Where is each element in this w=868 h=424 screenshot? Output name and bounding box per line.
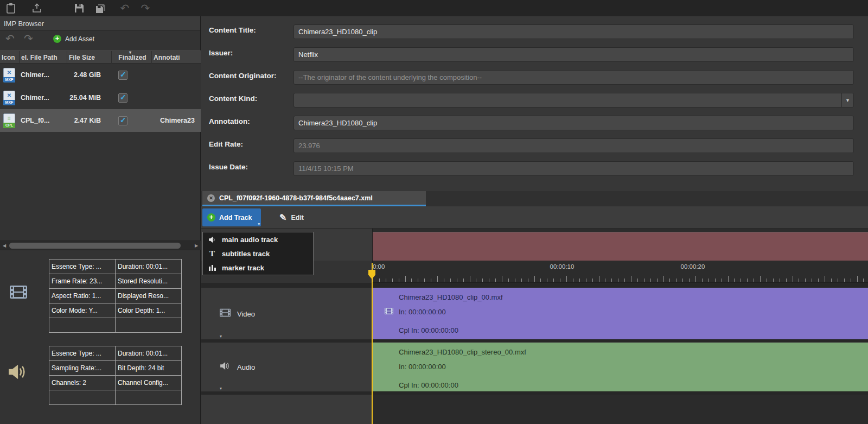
empty-track-header (201, 395, 373, 424)
close-icon[interactable]: ✕ (207, 194, 215, 202)
edit-rate-label: Edit Rate: (209, 140, 243, 148)
playhead-line[interactable] (372, 263, 373, 424)
content-kind-select[interactable] (293, 93, 854, 107)
export-icon[interactable] (29, 2, 44, 15)
asset-name: Chimer... (21, 86, 66, 109)
scroll-right-icon[interactable]: ▶ (192, 241, 201, 251)
info-cell (116, 390, 182, 405)
col-finalized[interactable]: Finalized (112, 51, 152, 64)
form-row: Annotation: (201, 113, 868, 136)
info-cell: Color Mode: Y... (49, 303, 116, 318)
menu-item-subtitles-track[interactable]: T subtitles track (203, 246, 313, 261)
clip-cpl-in: Cpl In: 00:00:00:00 (399, 381, 458, 389)
video-clip[interactable]: Chimera23_HD1080_clip_00.mxf In: 00:00:0… (373, 288, 868, 339)
asset-undo-icon[interactable]: ↶ (5, 32, 15, 45)
ruler-label: 00:00:20 (681, 263, 705, 270)
horizontal-scrollbar[interactable]: ◀ ▶ (0, 241, 201, 250)
info-cell: Duration: 00:01... (116, 346, 182, 361)
marker-track-lane[interactable] (373, 229, 868, 261)
video-info-table: Essence Type: ...Duration: 00:01... Fram… (49, 259, 182, 333)
save-all-icon[interactable] (93, 2, 108, 15)
add-track-button[interactable]: + Add Track ▾ (202, 208, 261, 226)
ruler-label: 00:00:00 (373, 263, 385, 270)
issuer-label: Issuer: (209, 49, 233, 57)
issue-date-input (293, 161, 854, 176)
asset-row[interactable]: ✕MXF Chimer... 25.04 MiB ✓ (0, 86, 201, 109)
track-expander-icon[interactable]: ▾ (220, 334, 222, 339)
asset-annotation: Chimera23 (152, 109, 201, 132)
audio-clip[interactable]: Chimera23_HD1080_clip_stereo_00.mxf In: … (373, 343, 868, 391)
clip-title: Chimera23_HD1080_clip_stereo_00.mxf (399, 348, 526, 356)
video-essence-icon (10, 286, 27, 301)
asset-row-selected[interactable]: ≡CPL CPL_f0... 2.47 KiB ✓ Chimera23 (0, 109, 201, 132)
issuer-input[interactable] (293, 47, 854, 62)
asset-name: CPL_f0... (21, 109, 66, 132)
form-row: Edit Rate: (201, 136, 868, 159)
undo-icon[interactable]: ↶ (117, 2, 132, 15)
content-title-input[interactable] (293, 24, 854, 39)
info-cell: Essence Type: ... (49, 260, 116, 274)
plus-icon: + (207, 213, 215, 222)
tab-label: CPL_f07f092f-1960-4878-b37f-984f5c4aaec7… (219, 194, 373, 202)
empty-track-row (201, 395, 868, 424)
text-icon: T (207, 249, 217, 258)
video-track-row: Video ▾ Chimera23_HD1080_clip_00.mxf In:… (201, 288, 868, 339)
ruler-label: 00:00:10 (550, 263, 575, 270)
edit-button[interactable]: ✎ Edit (274, 208, 309, 226)
annotation-label: Annotation: (209, 117, 250, 125)
imp-browser-panel: IMP Browser ↶ ↷ + Add Asset Icon el. Fil… (0, 16, 201, 424)
track-toolbar: + Add Track ▾ ✎ Edit (201, 206, 868, 229)
col-annotation[interactable]: Annotati (152, 51, 201, 64)
tab-cpl-document[interactable]: ✕ CPL_f07f092f-1960-4878-b37f-984f5c4aae… (202, 191, 426, 206)
pencil-icon: ✎ (279, 212, 286, 223)
audio-track-label: Audio (237, 363, 255, 371)
menu-item-label: subtitles track (222, 250, 270, 258)
annotation-input[interactable] (293, 116, 854, 130)
mxf-file-icon: ✕MXF (3, 86, 20, 109)
video-track-header[interactable]: Video ▾ (201, 288, 373, 339)
marker-track-region[interactable] (373, 232, 868, 261)
menu-item-label: marker track (222, 264, 264, 272)
content-originator-label: Content Originator: (209, 72, 277, 80)
col-icon[interactable]: Icon (0, 51, 20, 64)
scroll-left-icon[interactable]: ◀ (0, 241, 9, 251)
content-title-label: Content Title: (209, 26, 256, 34)
track-expander-icon[interactable]: ▾ (220, 386, 222, 391)
chevron-down-icon[interactable]: ▾ (841, 93, 853, 107)
audio-track-header[interactable]: Audio ▾ (201, 343, 373, 391)
add-asset-button[interactable]: + Add Asset (53, 35, 94, 43)
marker-icon (207, 264, 217, 271)
document-tabbar: ✕ CPL_f07f092f-1960-4878-b37f-984f5c4aae… (201, 191, 868, 206)
info-cell (116, 318, 182, 333)
content-originator-input[interactable] (293, 70, 854, 85)
edit-rate-input (293, 138, 854, 153)
scrollbar-thumb[interactable] (9, 243, 181, 249)
paste-icon[interactable] (3, 2, 18, 15)
asset-row[interactable]: ✕MXF Chimer... 2.48 GiB ✓ (0, 64, 201, 86)
add-track-menu: main audio track T subtitles track marke… (202, 232, 314, 275)
info-cell: Bit Depth: 24 bit (116, 361, 182, 376)
col-file-size[interactable]: File Size (67, 51, 112, 64)
asset-size: 25.04 MiB (67, 86, 112, 109)
save-icon[interactable] (72, 2, 87, 15)
asset-redo-icon[interactable]: ↷ (24, 32, 33, 45)
info-cell (49, 318, 116, 333)
form-row: Issuer: (201, 45, 868, 67)
info-cell: Duration: 00:01... (116, 260, 182, 274)
menu-item-main-audio-track[interactable]: main audio track (203, 232, 313, 246)
col-file-path[interactable]: el. File Path (20, 51, 67, 64)
timeline-ruler[interactable]: 00:00:00 00:00:10 00:00:20 (373, 261, 868, 283)
info-cell: Frame Rate: 23... (49, 274, 116, 289)
asset-size: 2.48 GiB (67, 64, 112, 86)
clip-in: In: 00:00:00:00 (399, 363, 446, 371)
finalized-checkbox[interactable]: ✓ (118, 71, 127, 80)
redo-icon[interactable]: ↷ (138, 2, 153, 15)
menu-item-label: main audio track (222, 236, 278, 244)
finalized-checkbox[interactable]: ✓ (118, 116, 127, 125)
speaker-icon (220, 362, 229, 372)
info-cell (49, 390, 116, 405)
finalized-checkbox[interactable]: ✓ (118, 93, 127, 103)
menu-item-marker-track[interactable]: marker track (203, 261, 313, 275)
info-cell: Displayed Reso... (116, 289, 182, 303)
empty-track-lane (373, 395, 868, 424)
